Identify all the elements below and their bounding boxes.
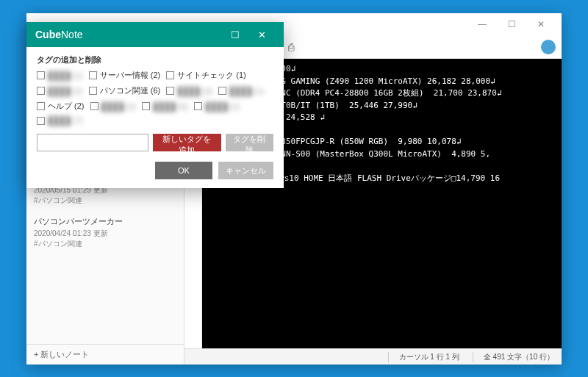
checkbox-icon bbox=[142, 102, 150, 110]
tag-checkbox[interactable]: パソコン関連 (6) bbox=[89, 85, 161, 96]
checkbox-icon bbox=[37, 71, 45, 79]
delete-tag-button[interactable]: タグを削除 bbox=[226, 134, 273, 151]
dialog-brand: CubeNote bbox=[35, 29, 222, 40]
tag-label: パソコン関連 (6) bbox=[100, 85, 161, 96]
tag-label: ████ (3) bbox=[177, 87, 212, 96]
checkbox-icon bbox=[89, 87, 97, 95]
tag-label: ████ (1) bbox=[229, 87, 265, 96]
tag-label: ████ (1) bbox=[205, 102, 240, 111]
tag-label: ████ (2) bbox=[101, 102, 137, 111]
dialog-max-button[interactable]: ☐ bbox=[222, 29, 248, 40]
cancel-button[interactable]: キャンセル bbox=[218, 162, 273, 179]
tag-checkbox[interactable]: ████ (5) bbox=[142, 101, 188, 112]
list-item[interactable]: パソコンパーツメーカー 2020/04/24 01:23 更新 #パソコン関連 bbox=[26, 210, 184, 254]
tag-dialog: CubeNote ☐ ✕ タグの追加と削除 ████ (1)サーバー情報 (2)… bbox=[26, 22, 284, 188]
tag-checkbox[interactable]: サイトチェック (1) bbox=[166, 70, 246, 81]
tag-checkbox[interactable]: ████ (1) bbox=[194, 101, 240, 112]
dialog-titlebar: CubeNote ☐ ✕ bbox=[26, 22, 284, 47]
tag-label: サイトチェック (1) bbox=[177, 70, 246, 81]
add-tag-button[interactable]: 新しいタグを追加 bbox=[153, 134, 221, 151]
checkbox-icon bbox=[37, 102, 45, 110]
window-close-button[interactable]: ✕ bbox=[526, 19, 556, 29]
tag-label: ████ (1) bbox=[48, 71, 83, 80]
tag-checkbox[interactable]: ヘルプ (2) bbox=[37, 101, 85, 112]
tag-checkbox[interactable]: ████ (1) bbox=[37, 70, 83, 81]
window-max-button[interactable]: ☐ bbox=[497, 19, 526, 29]
checkbox-icon bbox=[90, 102, 98, 110]
ok-button[interactable]: OK bbox=[155, 162, 212, 179]
tag-list: ████ (1)サーバー情報 (2)サイトチェック (1)████ (2)パソコ… bbox=[37, 70, 273, 125]
tag-checkbox[interactable]: ████ (3) bbox=[166, 85, 212, 96]
dialog-close-button[interactable]: ✕ bbox=[248, 29, 275, 40]
statusbar: カーソル 1 行 1 列 全 491 文字（10 行） bbox=[184, 348, 562, 365]
new-note-button[interactable]: + 新しいノート bbox=[26, 344, 184, 365]
checkbox-icon bbox=[37, 87, 45, 95]
tag-checkbox[interactable]: ████ (2) bbox=[37, 85, 83, 96]
tag-label: ████ (2) bbox=[48, 87, 83, 96]
checkbox-icon bbox=[89, 71, 97, 79]
checkbox-icon bbox=[166, 87, 174, 95]
note-tag: #パソコン関連 bbox=[34, 239, 176, 249]
tag-input[interactable] bbox=[37, 134, 148, 151]
tag-checkbox[interactable]: サーバー情報 (2) bbox=[89, 70, 161, 81]
cursor-position: カーソル 1 行 1 列 bbox=[388, 352, 459, 362]
tag-label: ████ (5) bbox=[153, 102, 188, 111]
window-min-button[interactable]: — bbox=[467, 19, 497, 29]
checkbox-icon bbox=[194, 102, 202, 110]
tag-checkbox[interactable]: ████ (7) bbox=[37, 116, 83, 125]
tag-checkbox[interactable]: ████ (1) bbox=[218, 85, 265, 96]
char-count: 全 491 文字（10 行） bbox=[473, 352, 554, 362]
print-icon[interactable]: ⎙ bbox=[288, 41, 294, 53]
note-tag: #パソコン関連 bbox=[34, 195, 176, 206]
note-title: パソコンパーツメーカー bbox=[34, 216, 176, 227]
avatar[interactable] bbox=[541, 40, 556, 54]
dialog-heading: タグの追加と削除 bbox=[37, 54, 273, 65]
tag-label: サーバー情報 (2) bbox=[100, 70, 161, 81]
note-date: 2020/04/24 01:23 更新 bbox=[34, 229, 176, 239]
checkbox-icon bbox=[166, 71, 174, 79]
tag-checkbox[interactable]: ████ (2) bbox=[90, 101, 137, 112]
checkbox-icon bbox=[218, 87, 226, 95]
tag-label: ████ (7) bbox=[48, 116, 83, 125]
tag-label: ヘルプ (2) bbox=[48, 101, 85, 112]
checkbox-icon bbox=[37, 117, 45, 125]
